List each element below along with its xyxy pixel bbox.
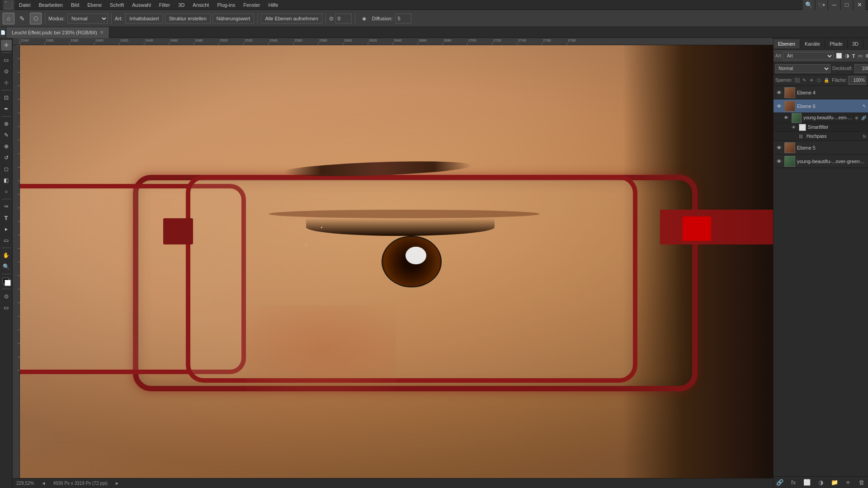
filter-text-btn[interactable]: T [852,52,856,61]
rectangle-select-tool[interactable]: ▭ [1,55,12,66]
layer-visibility-ebene6[interactable]: 👁 [775,103,783,110]
dodge-tool[interactable]: ○ [1,186,12,197]
canvas-info: 4936 Px x 3319 Px (72 ppi) [53,481,108,486]
tab-kanale[interactable]: Kanäle [800,39,825,48]
menu-plugins[interactable]: Plug-ins [213,1,239,9]
lock-image-btn[interactable]: ✎ [802,76,807,84]
brush-tool[interactable]: ✎ [1,130,12,141]
layer-visibility-young-original[interactable]: 👁 [775,158,783,165]
crop-tool[interactable]: ⊡ [1,92,12,103]
tool-home-btn[interactable]: ⌂ [3,13,14,24]
menu-ansicht[interactable]: Ansicht [189,1,212,9]
alle-ebenen-btn[interactable]: Alle Ebenen aufnehmen [261,14,322,23]
mode-label: Modus: [48,16,65,21]
layer-blend-mode[interactable]: Normal Multiplizieren Negativ multiplizi… [775,64,830,73]
menu-ebene[interactable]: Ebene [84,1,105,9]
lock-artboard-btn[interactable]: ⬡ [816,76,822,84]
fx-icon: fx [863,134,866,139]
workspace-btn[interactable]: ⬛▾ [816,0,827,11]
add-style-btn[interactable]: fx [789,478,798,487]
menu-filter[interactable]: Filter [156,1,174,9]
eraser-tool[interactable]: ◻ [1,164,12,174]
add-adjustment-btn[interactable]: ◑ [816,478,825,487]
spot-heal-tool[interactable]: ⊛ [1,118,12,129]
layer-visibility-ebene5[interactable]: 👁 [775,144,783,151]
zoom-tool[interactable]: 🔍 [1,261,12,272]
pen-tool[interactable]: ✑ [1,201,12,212]
menu-auswahl[interactable]: Auswahl [128,1,155,9]
filter-adjust-btn[interactable]: ◑ [844,52,850,61]
new-layer-btn[interactable]: + [844,478,853,487]
link-layers-btn[interactable]: 🔗 [775,478,784,487]
path-select-tool[interactable]: ▸ [1,224,12,235]
close-btn[interactable]: ✕ [854,0,865,11]
fill-input[interactable] [848,76,866,85]
fg-bg-colors[interactable] [1,276,12,287]
lock-position-btn[interactable]: ✛ [809,76,815,84]
clone-tool[interactable]: ⊕ [1,141,12,152]
svg-text:2380: 2380 [71,38,79,42]
screen-mode-btn[interactable]: ▭ [1,302,12,313]
menu-bearbeiten[interactable]: Bearbeiten [35,1,66,9]
filter-shape-btn[interactable]: ▭ [858,52,863,61]
diffusion-input[interactable] [395,14,411,23]
app-icon[interactable]: ⬛ [3,0,14,11]
patch-tool-btn[interactable]: ⬡ [30,13,42,24]
lock-transparent-btn[interactable]: ⬛ [794,76,800,84]
opacity-input[interactable] [854,64,868,73]
struktur-btn[interactable]: Struktur erstellen [165,14,211,23]
add-group-btn[interactable]: 📁 [830,478,839,487]
lock-all-btn[interactable]: 🔒 [823,76,829,84]
menu-datei[interactable]: Datei [15,1,34,9]
tab-pfade[interactable]: Pfade [825,39,848,48]
layer-item-ebene6[interactable]: 👁 Ebene 6 ↖ [774,99,868,113]
text-tool[interactable]: T [1,212,12,223]
layer-visibility-young-copy[interactable]: 👁 [783,114,790,122]
add-mask-btn[interactable]: ⬜ [802,478,811,487]
bg-color[interactable] [5,280,11,286]
naherungswert-btn[interactable]: Näherungswert [212,14,255,23]
nav-arrow-left[interactable]: ◄ [41,481,46,486]
gradient-tool[interactable]: ◧ [1,175,12,186]
layer-visibility-ebene4[interactable]: 👁 [775,89,783,96]
layer-item-young-original[interactable]: 👁 young-beautifu-...over-green-wall [774,155,868,168]
canvas[interactable] [20,45,773,478]
filter-pixel-btn[interactable]: ⬜ [835,52,843,61]
minimize-btn[interactable]: ─ [828,0,840,11]
separator-4 [326,13,326,24]
eye-highlight [406,247,426,264]
maximize-btn[interactable]: □ [841,0,853,11]
mode-select[interactable]: Normal Inhaltsbasiert [67,14,108,23]
lasso-tool[interactable]: ⊙ [1,66,12,77]
angle-input[interactable] [335,14,352,23]
layer-item-young-copy[interactable]: 👁 young-beautifu-...een-wall Kopie ⊛ 🔗 [774,113,868,123]
move-tool[interactable]: ✛ [1,40,12,51]
document-tab[interactable]: Leucht Effekt.psdc bei 230% (RGB/8#) ✕ [6,27,109,38]
shape-tool[interactable]: ▭ [1,235,12,246]
menu-bild[interactable]: Bild [67,1,83,9]
inhaltsbasiert-btn[interactable]: Inhaltsbasiert [125,14,163,23]
delete-layer-btn[interactable]: 🗑 [857,478,866,487]
magic-wand-tool[interactable]: ⊹ [1,77,12,88]
layer-type-filter[interactable]: Art Pixel Einstellungsebene Textebene Fo… [783,52,834,60]
history-brush-tool[interactable]: ↺ [1,152,12,163]
filter-smart-btn[interactable]: ⊛ [865,52,868,61]
brush-tool-btn[interactable]: ✎ [16,13,28,24]
nav-arrow-right[interactable]: ► [115,481,119,486]
tab-ebenen[interactable]: Ebenen [774,39,800,48]
eyedropper-tool[interactable]: ✒ [1,103,12,114]
layer-visibility-smartfilter[interactable]: 👁 [790,124,797,131]
menu-schrift[interactable]: Schrift [106,1,127,9]
menu-3d[interactable]: 3D [175,1,188,9]
layer-item-ebene4[interactable]: 👁 Ebene 4 [774,86,868,99]
layer-item-smartfilter[interactable]: 👁 Smartfilter [774,123,868,132]
menu-hilfe[interactable]: Hilfe [264,1,282,9]
hand-tool[interactable]: ✋ [1,250,12,261]
quick-mask-btn[interactable]: ⊙ [1,291,12,302]
menu-fenster[interactable]: Fenster [240,1,264,9]
tab-3d[interactable]: 3D [848,39,863,48]
search-btn[interactable]: 🔍 [803,0,815,11]
layer-item-ebene5[interactable]: 👁 Ebene 5 [774,141,868,155]
layer-item-hochpass[interactable]: ⛓ Hochpass fx [774,132,868,141]
doc-close-btn[interactable]: ✕ [100,30,104,35]
